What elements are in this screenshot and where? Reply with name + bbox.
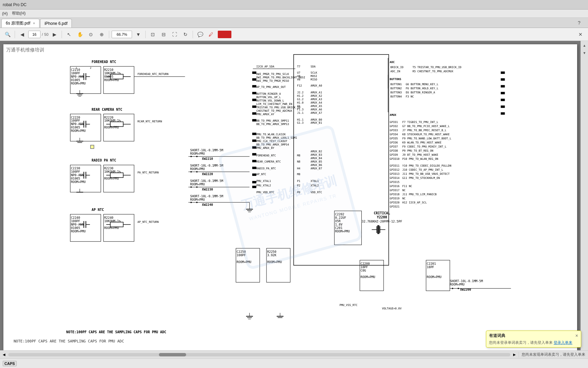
svg-text:RADIO PA NTC: RADIO PA NTC	[92, 158, 116, 162]
scroll-left-button[interactable]: ◀	[3, 353, 5, 356]
svg-rect-318	[252, 186, 256, 188]
menu-item-h[interactable]: (H)	[2, 11, 8, 16]
svg-rect-117	[294, 55, 389, 265]
svg-text:GPIO7: GPIO7	[390, 145, 398, 148]
svg-rect-300	[501, 106, 505, 108]
fit-width-button[interactable]: ⊟	[159, 30, 168, 39]
svg-text:AMUX_A5: AMUX_A5	[311, 105, 322, 108]
svg-text:R2250: R2250	[267, 250, 276, 254]
svg-text:AMUX_B0: AMUX_B0	[311, 118, 322, 121]
toolbar-separator-3	[109, 31, 109, 38]
svg-rect-297	[501, 85, 505, 88]
svg-rect-316	[252, 173, 256, 176]
svg-text:R2230: R2230	[104, 167, 113, 170]
svg-text:G11 PMU_TO_STOCKHOLM_EN: G11 PMU_TO_STOCKHOLM_EN	[402, 177, 440, 180]
tab-iphone6[interactable]: iPhone 6.pdf	[40, 19, 72, 28]
svg-text:100PF: 100PF	[71, 219, 80, 223]
svg-text:H1.1: H1.1	[297, 118, 304, 121]
svg-text:100PF: 100PF	[71, 72, 80, 75]
svg-text:PMU_VDD_RTC: PMU_VDD_RTC	[256, 191, 274, 194]
right-panel-button-2[interactable]: ▼	[582, 50, 588, 56]
svg-text:DWI_PMGR_TO_PMU_SCLK: DWI_PMGR_TO_PMU_SCLK	[256, 73, 289, 76]
svg-text:K8 STOCKHOLM_TO_PMU_HOST_WAKE: K8 STOCKHOLM_TO_PMU_HOST_WAKE	[402, 133, 450, 136]
chat-link[interactable]: 登录入单来	[554, 340, 572, 344]
svg-text:GPIO12: GPIO12	[390, 168, 399, 171]
svg-text:ROOM=PMU: ROOM=PMU	[190, 198, 205, 201]
svg-point-105	[191, 186, 192, 188]
close-button[interactable]: ✕	[576, 30, 585, 39]
svg-text:BUTTON4: BUTTON4	[390, 95, 402, 98]
svg-text:E6 BUTTON_RINGER_A: E6 BUTTON_RINGER_A	[406, 91, 435, 94]
pdf-area[interactable]: 万通手机维修培训 万通手机维修培训 WANTONG MOBILE REPAIRS…	[0, 41, 581, 350]
select-tool-button[interactable]: ↖	[64, 30, 74, 39]
svg-point-276	[458, 288, 459, 289]
chat-widget: 有道词典 × 您尚未登录单词表卖习，请先登入单来 登录入单来	[486, 331, 581, 348]
horizontal-scrollbar[interactable]	[8, 353, 510, 356]
svg-text:18PF: 18PF	[427, 265, 434, 269]
chat-content: 您尚未登录单词表卖习，请先登入单来 登录入单来	[489, 340, 578, 345]
svg-text:FOREHEAD_NTC_RETURN: FOREHEAD_NTC_RETURN	[137, 73, 168, 76]
svg-rect-310	[252, 133, 256, 135]
svg-text:P9 PMU_TO_BT_REG_ON: P9 PMU_TO_BT_REG_ON	[402, 149, 433, 152]
svg-text:GPIO9: GPIO9	[390, 153, 398, 156]
chat-close-button[interactable]: ×	[575, 333, 578, 338]
svg-text:R2220: R2220	[104, 116, 113, 119]
svg-text:GPIO15: GPIO15	[390, 181, 399, 184]
svg-text:RCAM_NTC_RETURN: RCAM_NTC_RETURN	[137, 120, 162, 123]
nav-right-button[interactable]: ▶	[50, 30, 59, 39]
rotate-button[interactable]: ↻	[181, 30, 190, 39]
svg-text:J11 PMU_TO_BB_USB_VBUS_DETECT: J11 PMU_TO_BB_USB_VBUS_DETECT	[402, 172, 450, 175]
svg-text:GPIO8: GPIO8	[390, 149, 398, 152]
svg-text:H12 I2C0_AP_SCL: H12 I2C0_AP_SCL	[402, 201, 427, 204]
svg-text:BB_TO_PMU_AMUX_SMPS3: BB_TO_PMU_AMUX_SMPS3	[256, 123, 289, 126]
svg-text:AMUX_B2: AMUX_B2	[311, 150, 322, 153]
svg-rect-307	[252, 106, 256, 108]
fit-page-button[interactable]: ⊡	[148, 30, 158, 39]
full-screen-button[interactable]: ⛶	[170, 30, 179, 39]
nav-left-button[interactable]: ◀	[17, 30, 27, 39]
course-label: 万通手机维修培训	[6, 47, 44, 53]
svg-text:18PF: 18PF	[361, 265, 368, 269]
svg-text:BB_TO_PMU_AMUX_LDOL1_SIM1: BB_TO_PMU_AMUX_LDOL1_SIM1	[256, 136, 297, 139]
svg-text:F9 CODEC_TO_PMU_MIKEY_INT_L: F9 CODEC_TO_PMU_MIKEY_INT_L	[402, 145, 446, 148]
scroll-thumb[interactable]	[159, 353, 186, 356]
pdf-page: 万通手机维修培训 万通手机维修培训 WANTONG MOBILE REPAIRS…	[3, 44, 577, 350]
svg-text:MOSI: MOSI	[311, 75, 317, 78]
svg-point-93	[191, 156, 192, 157]
comment-button[interactable]: 💬	[195, 30, 205, 39]
hand-tool-button[interactable]: ✋	[75, 30, 85, 39]
svg-text:BUTTON_VOL_UP_L: BUTTON_VOL_UP_L	[256, 96, 281, 99]
highlight-button[interactable]: 🖊	[206, 30, 216, 39]
svg-rect-311	[252, 139, 256, 142]
page-number-input[interactable]	[28, 31, 40, 38]
chat-title: 有道词典	[489, 333, 505, 339]
tab-label-iphone6: iPhone 6.pdf	[45, 21, 67, 26]
svg-text:GPIO14: GPIO14	[390, 177, 399, 180]
scroll-right-button[interactable]: ▶	[513, 353, 516, 356]
svg-text:AMUX_B1: AMUX_B1	[311, 121, 322, 124]
svg-rect-304	[252, 85, 256, 88]
zoom-arrow-button[interactable]: ▼	[133, 30, 143, 39]
help-button[interactable]: ?	[574, 18, 584, 28]
zoom-in-button[interactable]: ⊕	[97, 30, 107, 39]
svg-text:FOREHEAD NTC: FOREHEAD NTC	[92, 60, 116, 64]
svg-text:SHORT-10L-0.1MM-5M: SHORT-10L-0.1MM-5M	[190, 179, 224, 183]
svg-rect-299	[501, 99, 505, 101]
marquee-zoom-button[interactable]: ⊙	[86, 30, 96, 39]
svg-text:REAR CAMERA NTC: REAR CAMERA NTC	[92, 108, 122, 111]
menu-item-help[interactable]: 帮助(H)	[12, 11, 26, 16]
search-button[interactable]: 🔍	[3, 30, 12, 39]
tab-bar: 6s 原理图.pdf × iPhone 6.pdf ?	[0, 18, 588, 28]
toolbar-separator-4	[145, 31, 146, 38]
caps-badge: CAPS	[3, 361, 17, 366]
svg-text:M8: M8	[297, 154, 300, 157]
svg-text:PMU_XTAL1: PMU_XTAL1	[256, 180, 271, 183]
tab-pdf-6s[interactable]: 6s 原理图.pdf ×	[1, 19, 39, 28]
highlight-color-swatch[interactable]	[218, 31, 231, 38]
svg-text:AP_NTC: AP_NTC	[256, 173, 266, 176]
tab-close-6s[interactable]: ×	[33, 21, 35, 25]
app-title: robat Pro DC	[3, 2, 27, 7]
svg-text:ROOM=PMU: ROOM=PMU	[267, 260, 282, 264]
zoom-level-input[interactable]	[112, 31, 132, 38]
right-panel-button-1[interactable]: ▲	[582, 42, 588, 48]
